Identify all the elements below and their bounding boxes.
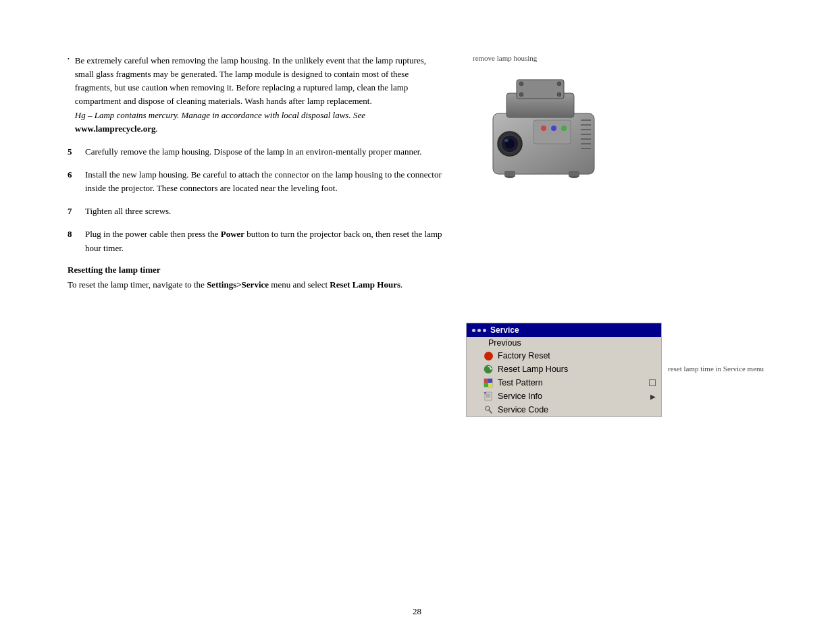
svg-rect-25 [569, 171, 579, 176]
service-menu: Service Previous Factory Reset [466, 323, 662, 417]
step-8-text: Plug in the power cable then press the P… [85, 227, 446, 254]
svg-rect-24 [504, 171, 515, 176]
svg-point-17 [504, 139, 509, 142]
menu-dot-1 [472, 329, 475, 332]
menu-dot-3 [483, 329, 486, 332]
menu-item-service-info[interactable]: Service Info ▶ [467, 390, 661, 403]
menu-item-service-code[interactable]: Service Code [467, 403, 661, 417]
step-6-number: 6 [68, 168, 78, 195]
service-code-icon [483, 404, 494, 415]
step-5: 5 Carefully remove the lamp housing. Dis… [68, 145, 446, 159]
test-pattern-checkbox [649, 379, 656, 386]
reset-lamp-hours-icon [483, 364, 494, 375]
svg-point-21 [561, 126, 567, 131]
bullet-dot: • [68, 55, 70, 136]
page-container: • Be extremely careful when removing the… [0, 0, 834, 644]
step-7: 7 Tighten all three screws. [68, 205, 446, 218]
reset-lamp-label: reset lamp time in Service menu [668, 365, 764, 373]
svg-point-20 [551, 126, 556, 131]
bullet-text-lamp-warning: Be extremely careful when removing the l… [75, 54, 446, 136]
svg-point-6 [557, 92, 561, 97]
menu-item-reset-lamp-hours[interactable]: Reset Lamp Hours [467, 363, 661, 376]
menu-item-factory-reset-label: Factory Reset [498, 351, 656, 360]
section-body-reset-lamp: To reset the lamp timer, navigate to the… [68, 278, 446, 292]
svg-point-3 [519, 82, 523, 86]
menu-item-test-pattern-label: Test Pattern [498, 378, 645, 387]
svg-rect-28 [484, 379, 488, 383]
svg-rect-18 [533, 120, 571, 144]
svg-rect-31 [488, 383, 492, 387]
menu-item-test-pattern[interactable]: Test Pattern [467, 376, 661, 390]
service-info-arrow: ▶ [650, 393, 656, 400]
test-pattern-icon [483, 377, 494, 388]
section-heading-reset-lamp: Resetting the lamp timer [68, 265, 446, 275]
menu-dots [472, 329, 486, 332]
menu-item-previous[interactable]: Previous [467, 337, 661, 349]
menu-item-previous-label: Previous [488, 338, 656, 348]
menu-item-factory-reset[interactable]: Factory Reset [467, 349, 661, 363]
remove-lamp-label: remove lamp housing [473, 54, 537, 62]
menu-item-service-code-label: Service Code [498, 405, 656, 414]
svg-rect-2 [517, 80, 564, 99]
factory-reset-icon [483, 350, 494, 361]
service-menu-title-text: Service [490, 325, 519, 335]
svg-point-19 [541, 126, 546, 131]
svg-rect-29 [488, 379, 492, 383]
red-circle-icon [484, 352, 493, 360]
left-column: • Be extremely careful when removing the… [68, 54, 446, 428]
step-6: 6 Install the new lamp housing. Be caref… [68, 168, 446, 195]
step-7-text: Tighten all three screws. [85, 205, 171, 218]
menu-item-service-info-label: Service Info [498, 392, 646, 401]
step-8-number: 8 [68, 227, 78, 254]
svg-point-5 [519, 92, 523, 97]
step-8: 8 Plug in the power cable then press the… [68, 227, 446, 254]
lamprecycle-link: www.lamprecycle.org [75, 124, 156, 134]
svg-rect-38 [487, 410, 490, 411]
service-menu-area: Service Previous Factory Reset [466, 323, 662, 428]
service-menu-title: Service [467, 323, 661, 337]
step-5-text: Carefully remove the lamp housing. Dispo… [85, 145, 422, 159]
step-5-number: 5 [68, 145, 78, 159]
content-area: • Be extremely careful when removing the… [68, 54, 766, 428]
svg-point-4 [557, 82, 561, 86]
step-7-number: 7 [68, 205, 78, 218]
hg-line: Hg – Lamp contains mercury. Manage in ac… [75, 110, 365, 134]
bullet-item-lamp-warning: • Be extremely careful when removing the… [68, 54, 446, 136]
step-6-text: Install the new lamp housing. Be careful… [85, 168, 446, 195]
svg-rect-30 [484, 383, 488, 387]
menu-dot-2 [477, 329, 481, 332]
projector-image [466, 66, 615, 188]
page-number: 28 [413, 606, 421, 617]
right-column: remove lamp housing [466, 54, 750, 428]
menu-item-reset-lamp-hours-label: Reset Lamp Hours [498, 365, 656, 374]
service-info-icon [483, 391, 494, 402]
projector-image-area: remove lamp housing [466, 54, 615, 188]
